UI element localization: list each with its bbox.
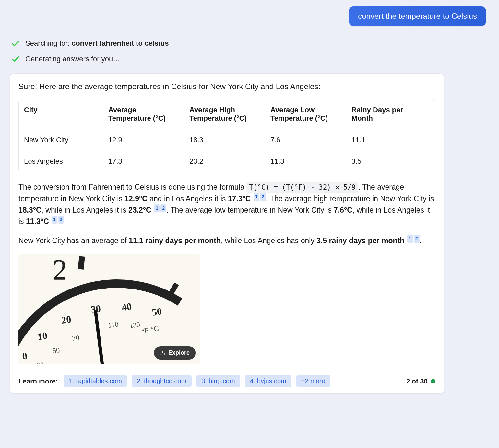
text: , while in Los Angeles it is <box>42 206 128 214</box>
table-cell: 23.2 <box>184 151 265 172</box>
table-cell: 18.3 <box>184 129 265 151</box>
learn-more-row: Learn more: 1. rapidtables.com 2. though… <box>10 369 444 393</box>
text: , while Los Angeles has only <box>221 236 316 245</box>
table-header-row: City Average Temperature (°C) Average Hi… <box>19 99 435 129</box>
citation-1[interactable]: 1 <box>254 193 259 201</box>
text: New York City has an average of <box>18 236 129 245</box>
value: 18.3°C <box>18 206 42 214</box>
status-searching-text: Searching for: convert fahrenheit to cel… <box>25 39 169 48</box>
table-cell: 17.3 <box>103 151 184 172</box>
table-cell: 11.1 <box>346 129 427 151</box>
table-cell: 7.6 <box>265 129 346 151</box>
source-chip[interactable]: 1. rapidtables.com <box>64 375 127 387</box>
status-searching: Searching for: convert fahrenheit to cel… <box>10 39 489 48</box>
source-chip[interactable]: 4. byjus.com <box>245 375 291 387</box>
table-cell: 3.5 <box>346 151 427 172</box>
table-cell: 11.3 <box>265 151 346 172</box>
table-cell: New York City <box>19 129 103 151</box>
table-header: Rainy Days per Month <box>346 99 427 129</box>
citation-2[interactable]: 2 <box>160 204 166 212</box>
table-header: City <box>19 99 103 129</box>
check-icon <box>11 39 20 48</box>
svg-text:2: 2 <box>53 254 67 286</box>
table-header: Average Temperature (°C) <box>103 99 184 129</box>
table-header: Average High Temperature (°C) <box>184 99 265 129</box>
text: and in Los Angeles it is <box>148 194 228 203</box>
svg-text:°C: °C <box>150 324 159 333</box>
response-counter: 2 of 30 <box>406 377 435 385</box>
value: 7.6°C <box>334 206 352 214</box>
answer-paragraph-1: The conversion from Fahrenheit to Celsiu… <box>18 182 435 227</box>
table-cell: 12.9 <box>103 129 184 151</box>
svg-text:50: 50 <box>151 306 162 318</box>
source-chip[interactable]: 2. thoughtco.com <box>132 375 192 387</box>
source-chip-more[interactable]: +2 more <box>296 375 330 387</box>
svg-text:70: 70 <box>72 333 80 342</box>
table-row: New York City 12.9 18.3 7.6 11.1 <box>19 129 435 151</box>
citation-2[interactable]: 2 <box>58 216 64 224</box>
value: 17.3°C <box>228 194 251 203</box>
text: The conversion from Fahrenheit to Celsiu… <box>18 183 246 191</box>
explore-button[interactable]: Explore <box>154 346 196 360</box>
citation-2[interactable]: 2 <box>260 193 266 201</box>
citation-1[interactable]: 1 <box>52 216 57 224</box>
learn-more-label: Learn more: <box>18 377 58 385</box>
citation-1[interactable]: 1 <box>154 204 160 212</box>
table-row: Los Angeles 17.3 23.2 11.3 3.5 <box>19 151 435 172</box>
svg-text:20: 20 <box>61 313 72 325</box>
text: . The average low temperature in New Yor… <box>166 206 334 214</box>
svg-text:40: 40 <box>121 301 132 313</box>
text: . <box>64 217 66 225</box>
value: 11.1 rainy days per month <box>129 236 221 245</box>
source-chip[interactable]: 3. bing.com <box>196 375 240 387</box>
svg-text:°F: °F <box>141 326 149 336</box>
status-searching-prefix: Searching for: <box>25 39 72 47</box>
status-searching-query: convert fahrenheit to celsius <box>72 39 169 47</box>
text: . <box>420 236 422 245</box>
value: 11.3°C <box>26 217 49 225</box>
svg-text:130: 130 <box>129 320 140 330</box>
explore-label: Explore <box>168 349 190 356</box>
status-dot-icon <box>431 379 435 383</box>
table-cell: Los Angeles <box>19 151 103 172</box>
result-image[interactable]: 0 10 20 30 40 50 30 50 70 110 130 °F °C <box>18 254 200 364</box>
status-generating: Generating answers for you… <box>10 54 489 64</box>
svg-text:30: 30 <box>36 360 44 364</box>
user-message-bubble: convert the temperature to Celsius <box>349 6 486 26</box>
check-icon <box>11 54 20 64</box>
sparkle-icon <box>160 350 166 356</box>
answer-card: Sure! Here are the average temperatures … <box>10 73 444 394</box>
answer-paragraph-2: New York City has an average of 11.1 rai… <box>18 235 435 246</box>
citation-2[interactable]: 2 <box>414 235 420 243</box>
status-generating-text: Generating answers for you… <box>25 55 120 63</box>
text: . The average high temperature in New Yo… <box>266 194 434 203</box>
counter-text: 2 of 30 <box>406 377 428 385</box>
citation-1[interactable]: 1 <box>407 235 413 243</box>
temperature-table: City Average Temperature (°C) Average Hi… <box>18 99 435 172</box>
svg-text:10: 10 <box>37 330 48 342</box>
svg-text:110: 110 <box>107 320 119 329</box>
value: 12.9°C <box>125 194 148 203</box>
table-header: Average Low Temperature (°C) <box>265 99 346 129</box>
value: 23.2°C <box>128 206 151 214</box>
value: 3.5 rainy days per month <box>316 236 404 245</box>
svg-text:50: 50 <box>52 346 60 355</box>
answer-intro: Sure! Here are the average temperatures … <box>18 82 435 91</box>
formula-code: T(°C) = (T(°F) - 32) × 5/9 <box>246 182 358 193</box>
